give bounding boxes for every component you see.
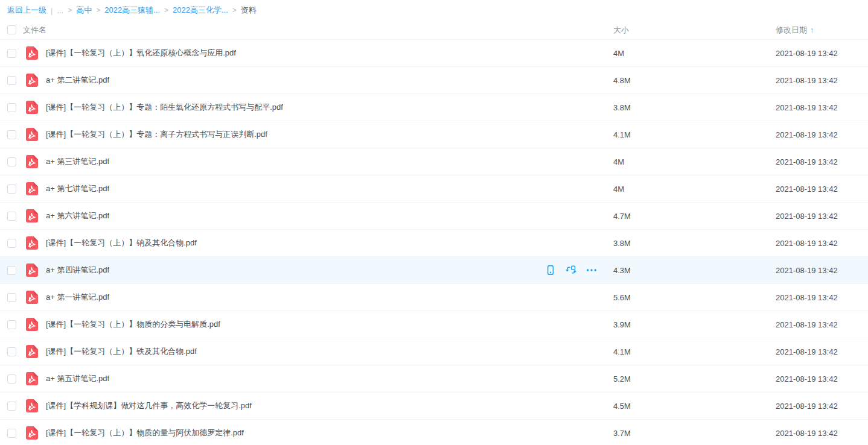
file-name-cell: a+ 第三讲笔记.pdf: [46, 156, 613, 167]
file-name[interactable]: a+ 第七讲笔记.pdf: [46, 183, 109, 194]
file-size: 4M: [613, 185, 776, 194]
row-checkbox[interactable]: [7, 49, 16, 58]
file-row[interactable]: [课件]【一轮复习（上）】物质的量与阿伏加德罗定律.pdf: [0, 420, 868, 445]
file-name[interactable]: [课件]【一轮复习（上）】氧化还原核心概念与应用.pdf: [46, 48, 236, 58]
row-checkbox[interactable]: [7, 374, 16, 383]
file-row[interactable]: a+ 第六讲笔记.pdf: [0, 203, 868, 230]
row-checkbox[interactable]: [7, 239, 16, 248]
pdf-file-icon: [24, 154, 39, 169]
row-checkbox[interactable]: [7, 266, 16, 275]
row-checkbox[interactable]: [7, 347, 16, 356]
file-modified-date: 2021-08-19 13:42: [776, 293, 868, 302]
file-modified-date: 2021-08-19 13:42: [776, 266, 868, 275]
file-row[interactable]: a+ 第一讲笔记.pdf: [0, 284, 868, 311]
file-name-cell: [课件]【一轮复习（上）】物质的分类与电解质.pdf: [46, 319, 613, 330]
file-row[interactable]: [课件]【一轮复习（上）】专题：陌生氧化还原方程式书写与配平.pdf: [0, 94, 868, 121]
file-size: 5.2M: [613, 374, 776, 383]
file-size: 4.1M: [613, 130, 776, 139]
file-row[interactable]: [课件]【学科规划课】做对这几件事，高效化学一轮复习.pdf: [0, 393, 868, 420]
file-name[interactable]: [课件]【一轮复习（上）】专题：陌生氧化还原方程式书写与配平.pdf: [46, 102, 283, 113]
back-to-parent-link[interactable]: 返回上一级: [7, 5, 46, 16]
row-checkbox[interactable]: [7, 103, 16, 112]
pdf-file-icon: [24, 371, 39, 386]
more-actions-icon[interactable]: [586, 264, 598, 276]
breadcrumb-link[interactable]: 高中: [76, 5, 92, 16]
row-checkbox[interactable]: [7, 76, 16, 85]
row-checkbox[interactable]: [7, 130, 16, 139]
breadcrumb-link[interactable]: 2022高三化学...: [173, 5, 228, 16]
file-row[interactable]: a+ 第四讲笔记.pdf: [0, 257, 868, 284]
file-modified-date: 2021-08-19 13:42: [776, 429, 868, 438]
file-row[interactable]: a+ 第七讲笔记.pdf: [0, 175, 868, 203]
pdf-file-icon: [24, 263, 39, 277]
file-modified-date: 2021-08-19 13:42: [776, 347, 868, 356]
breadcrumb-separator: >: [232, 6, 237, 14]
file-size: 5.6M: [613, 293, 776, 302]
file-modified-date: 2021-08-19 13:42: [776, 320, 868, 329]
breadcrumb: 返回上一级 | ... >高中>2022高三猿辅...>2022高三化学...>…: [0, 0, 868, 21]
file-name[interactable]: [课件]【学科规划课】做对这几件事，高效化学一轮复习.pdf: [46, 400, 252, 411]
breadcrumb-link[interactable]: 2022高三猿辅...: [104, 5, 160, 16]
file-name-cell: [课件]【一轮复习（上）】专题：陌生氧化还原方程式书写与配平.pdf: [46, 102, 613, 113]
file-name[interactable]: a+ 第五讲笔记.pdf: [46, 373, 109, 384]
file-name-cell: a+ 第七讲笔记.pdf: [46, 183, 613, 194]
file-modified-date: 2021-08-19 13:42: [776, 185, 868, 194]
file-name[interactable]: a+ 第三讲笔记.pdf: [46, 156, 109, 167]
file-row[interactable]: a+ 第三讲笔记.pdf: [0, 148, 868, 175]
file-name-cell: a+ 第四讲笔记.pdf: [46, 264, 613, 276]
file-row[interactable]: [课件]【一轮复习（上）】铁及其化合物.pdf: [0, 338, 868, 365]
file-name-cell: [课件]【一轮复习（上）】氧化还原核心概念与应用.pdf: [46, 48, 613, 58]
file-name[interactable]: [课件]【一轮复习（上）】物质的量与阿伏加德罗定律.pdf: [46, 428, 244, 438]
file-size: 4M: [613, 49, 776, 58]
row-hover-actions: [544, 264, 598, 276]
file-name[interactable]: [课件]【一轮复习（上）】专题：离子方程式书写与正误判断.pdf: [46, 129, 267, 140]
breadcrumb-trail: >高中>2022高三猿辅...>2022高三化学...>资料: [63, 5, 257, 16]
column-header-size: 大小: [613, 25, 776, 36]
file-size: 4.8M: [613, 76, 776, 85]
file-row[interactable]: [课件]【一轮复习（上）】钠及其化合物.pdf: [0, 230, 868, 257]
file-name[interactable]: a+ 第六讲笔记.pdf: [46, 210, 109, 221]
row-checkbox[interactable]: [7, 320, 16, 329]
file-size: 3.9M: [613, 320, 776, 329]
row-checkbox[interactable]: [7, 402, 16, 411]
file-name[interactable]: a+ 第一讲笔记.pdf: [46, 292, 109, 303]
file-name-cell: a+ 第二讲笔记.pdf: [46, 75, 613, 86]
file-modified-date: 2021-08-19 13:42: [776, 76, 868, 85]
file-row[interactable]: a+ 第五讲笔记.pdf: [0, 365, 868, 393]
file-name-cell: [课件]【一轮复习（上）】专题：离子方程式书写与正误判断.pdf: [46, 129, 613, 140]
file-name[interactable]: a+ 第二讲笔记.pdf: [46, 75, 109, 86]
save-transfer-icon[interactable]: [565, 264, 577, 276]
pdf-file-icon: [24, 317, 39, 332]
row-checkbox[interactable]: [7, 429, 16, 438]
sort-ascending-arrow-icon: ↑: [810, 25, 814, 34]
file-name[interactable]: a+ 第四讲笔记.pdf: [46, 265, 109, 276]
select-all-checkbox[interactable]: [7, 25, 16, 34]
file-name[interactable]: [课件]【一轮复习（上）】铁及其化合物.pdf: [46, 346, 197, 357]
breadcrumb-collapsed-ellipsis[interactable]: ...: [57, 6, 63, 15]
file-modified-date: 2021-08-19 13:42: [776, 239, 868, 248]
file-name[interactable]: [课件]【一轮复习（上）】物质的分类与电解质.pdf: [46, 319, 220, 330]
file-size: 3.8M: [613, 239, 776, 248]
row-checkbox[interactable]: [7, 157, 16, 166]
column-header-date[interactable]: 修改日期 ↑: [776, 25, 868, 36]
file-size: 4.7M: [613, 212, 776, 221]
breadcrumb-separator: >: [164, 6, 168, 14]
breadcrumb-current: 资料: [241, 5, 257, 16]
file-name-cell: a+ 第五讲笔记.pdf: [46, 373, 613, 384]
mobile-preview-icon[interactable]: [544, 264, 557, 276]
file-row[interactable]: [课件]【一轮复习（上）】专题：离子方程式书写与正误判断.pdf: [0, 121, 868, 148]
file-modified-date: 2021-08-19 13:42: [776, 212, 868, 221]
row-checkbox[interactable]: [7, 185, 16, 194]
pdf-file-icon: [24, 399, 39, 413]
file-size: 4.1M: [613, 347, 776, 356]
row-checkbox[interactable]: [7, 293, 16, 302]
file-row[interactable]: [课件]【一轮复习（上）】物质的分类与电解质.pdf: [0, 311, 868, 338]
file-name[interactable]: [课件]【一轮复习（上）】钠及其化合物.pdf: [46, 238, 197, 248]
file-row[interactable]: a+ 第二讲笔记.pdf: [0, 67, 868, 94]
pdf-file-icon: [24, 209, 39, 223]
file-name-cell: a+ 第一讲笔记.pdf: [46, 292, 613, 303]
row-checkbox[interactable]: [7, 212, 16, 221]
file-row[interactable]: [课件]【一轮复习（上）】氧化还原核心概念与应用.pdf: [0, 40, 868, 67]
breadcrumb-separator: >: [96, 6, 100, 14]
file-modified-date: 2021-08-19 13:42: [776, 130, 868, 139]
